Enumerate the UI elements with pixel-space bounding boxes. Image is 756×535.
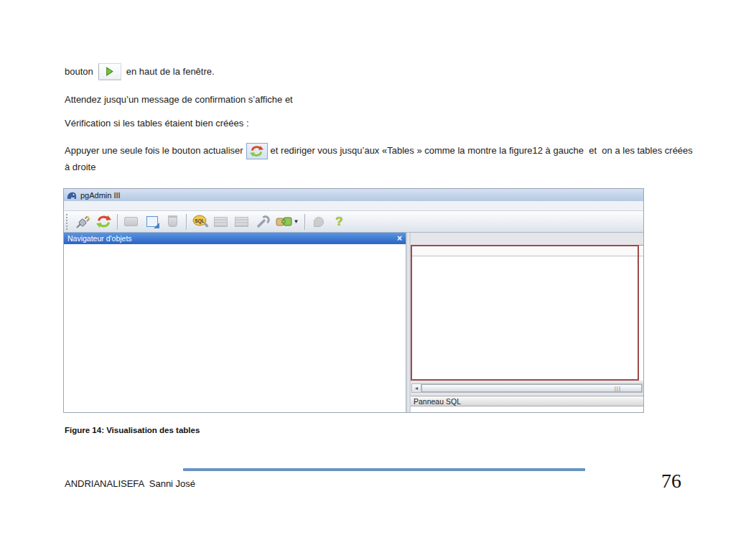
object-browser-title: Navigateur d'objets — [67, 234, 397, 243]
folder-icon — [124, 217, 138, 226]
sql-magnifier-icon: SQL — [192, 215, 209, 229]
edit-object-button[interactable] — [142, 213, 162, 231]
scrollbar-grip: ||| — [615, 386, 621, 391]
toolbar-grip[interactable] — [66, 214, 70, 230]
paragraph-bouton: bouton en haut de la fenêtre. — [65, 63, 215, 80]
pgadmin-elephant-icon — [67, 191, 77, 200]
toolbar-separator — [186, 214, 187, 230]
paragraph-text: en haut de la fenêtre. — [126, 66, 215, 77]
menu-bar — [64, 201, 643, 211]
chevron-down-icon[interactable]: ▼ — [294, 218, 299, 225]
horizontal-scrollbar[interactable]: ◂ ||| — [411, 383, 643, 393]
wrench-icon — [256, 215, 270, 229]
scrollbar-thumb[interactable]: ||| — [421, 384, 642, 392]
filtered-grid-icon — [235, 217, 248, 227]
sql-panel-body — [411, 406, 643, 412]
sql-query-button[interactable]: SQL — [190, 213, 210, 231]
red-highlight-annotation — [411, 245, 639, 381]
trash-icon — [168, 217, 177, 227]
document-page: bouton en haut de la fenêtre. Attendez j… — [0, 0, 756, 535]
window-title: pgAdmin III — [80, 191, 121, 200]
create-object-button — [121, 213, 141, 231]
footer-rule — [183, 468, 585, 471]
paragraph-text: bouton — [65, 66, 93, 77]
properties-panel: ◂ ||| Panneau SQL — [411, 233, 643, 412]
hint-button — [309, 213, 328, 231]
data-grid-icon — [214, 217, 228, 227]
drop-object-button — [163, 213, 182, 231]
paragraph-verification: Vérification si les tables étaient bien … — [65, 118, 249, 129]
window-titlebar[interactable]: pgAdmin III — [64, 189, 643, 201]
pgadmin-window: pgAdmin III SQL ▼ ? Navigateur — [63, 188, 644, 413]
scroll-left-arrow[interactable]: ◂ — [412, 384, 421, 392]
properties-grid — [411, 245, 643, 381]
refresh-button[interactable] — [94, 213, 113, 231]
grid-header — [411, 246, 643, 256]
run-button-image — [98, 63, 121, 80]
connect-server-button[interactable] — [73, 213, 93, 231]
plugins-button[interactable]: ▼ — [274, 213, 301, 231]
help-button[interactable]: ? — [330, 213, 349, 231]
window-body: Navigateur d'objets × ◂ ||| — [64, 233, 643, 412]
object-browser-panel: Navigateur d'objets × — [64, 233, 406, 412]
play-icon — [106, 67, 113, 76]
footer-author: ANDRIANALISEFA Sanni José — [65, 478, 195, 489]
tab-bar — [411, 233, 643, 245]
edit-paste-icon — [146, 216, 158, 227]
toolbar-separator — [117, 214, 118, 230]
object-tree — [64, 244, 406, 412]
svg-text:SQL: SQL — [195, 218, 204, 223]
refresh-icon — [96, 215, 111, 228]
object-browser-header: Navigateur d'objets × — [64, 233, 406, 244]
puzzle-icon — [276, 215, 293, 228]
paragraph-appuyer: Appuyer une seule fois le bouton actuali… — [65, 143, 702, 176]
balloon-icon — [314, 217, 324, 227]
refresh-icon — [250, 145, 263, 157]
page-number: 76 — [661, 470, 681, 493]
sql-panel-label: Panneau SQL — [414, 397, 461, 406]
view-data-button — [211, 213, 230, 231]
refresh-button-image — [246, 143, 268, 159]
close-icon[interactable]: × — [397, 235, 402, 242]
maintenance-button[interactable] — [253, 213, 272, 231]
toolbar-separator — [304, 214, 305, 230]
filter-data-button — [232, 213, 251, 231]
figure-caption: Figure 14: Visualisation des tables — [65, 426, 200, 434]
paragraph-attendez: Attendez jusqu’un message de confirmatio… — [65, 94, 293, 105]
sql-panel-header: Panneau SQL — [411, 396, 643, 406]
plug-icon — [75, 215, 91, 229]
toolbar: SQL ▼ ? — [64, 211, 643, 233]
help-question-icon: ? — [335, 215, 342, 229]
paragraph-text: Appuyer une seule fois le bouton actuali… — [65, 145, 243, 156]
